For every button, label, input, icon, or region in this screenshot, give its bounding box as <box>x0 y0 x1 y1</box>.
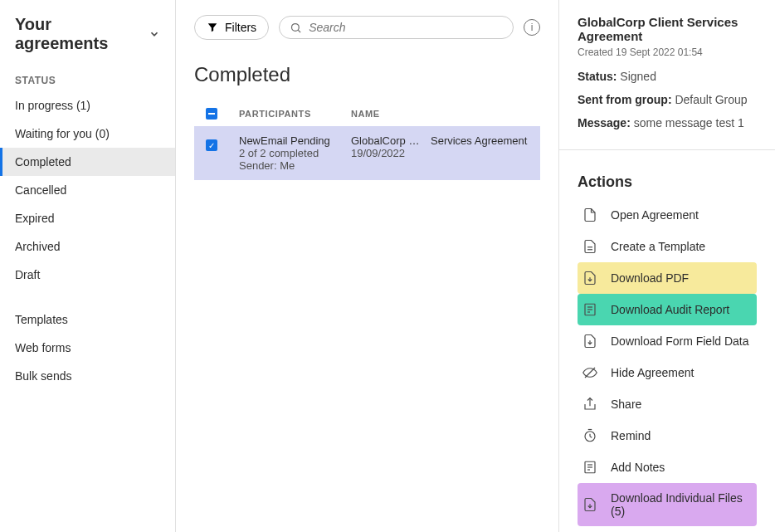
action-label: Open Agreement <box>611 208 699 222</box>
details-panel: GlobalCorp Client Services Agreement Cre… <box>559 0 775 532</box>
sent-from-value: Default Group <box>675 93 747 106</box>
sidebar-item-templates[interactable]: Templates <box>0 305 175 334</box>
sidebar-item-in-progress[interactable]: In progress (1) <box>0 91 175 120</box>
filters-label: Filters <box>225 21 256 34</box>
sidebar-item-expired[interactable]: Expired <box>0 204 175 232</box>
toolbar: Filters i <box>194 15 540 40</box>
download-form-icon <box>582 334 597 349</box>
main-content: Filters i Completed PARTICIPANTS NAME <box>176 0 559 532</box>
info-button[interactable]: i <box>524 19 540 36</box>
action-label: Download PDF <box>611 271 689 285</box>
table-row[interactable]: NewEmail Pending 2 of 2 completed Sender… <box>194 126 540 180</box>
main-heading: Completed <box>194 63 540 86</box>
search-field[interactable] <box>279 16 514 39</box>
action-download-pdf[interactable]: Download PDF <box>578 262 757 294</box>
search-icon <box>290 22 302 34</box>
agreement-name-part2: Services Agreement <box>431 134 527 147</box>
details-title: GlobalCorp Client Services Agreement <box>578 15 757 43</box>
action-remind[interactable]: Remind <box>578 420 757 451</box>
page-title[interactable]: Your agreements <box>0 15 175 70</box>
action-label: Create a Template <box>611 240 705 253</box>
clock-icon <box>582 428 597 443</box>
info-icon: i <box>531 22 534 33</box>
actions-header: Actions <box>578 173 757 191</box>
action-download-form-data[interactable]: Download Form Field Data <box>578 325 757 357</box>
action-label: Share <box>611 398 641 411</box>
row-checkbox[interactable] <box>206 139 217 151</box>
column-name[interactable]: NAME <box>351 109 529 119</box>
action-label: Add Notes <box>611 461 665 474</box>
participant-progress: 2 of 2 completed <box>239 147 351 159</box>
document-icon <box>582 207 597 222</box>
agreement-date: 19/09/2022 <box>351 147 529 159</box>
message-value: some message test 1 <box>634 116 744 129</box>
action-download-individual[interactable]: Download Individual Files (5) <box>578 483 757 526</box>
svg-line-12 <box>590 437 592 438</box>
notes-icon <box>582 460 597 475</box>
status-section-label: STATUS <box>0 70 175 91</box>
sidebar-item-cancelled[interactable]: Cancelled <box>0 176 175 204</box>
action-hide-agreement[interactable]: Hide Agreement <box>578 357 757 388</box>
details-created: Created 19 Sept 2022 01:54 <box>578 46 757 58</box>
agreement-name-part1: GlobalCorp Cli... <box>351 134 426 147</box>
participant-name: NewEmail Pending <box>239 134 351 147</box>
action-label: Hide Agreement <box>611 366 694 379</box>
table-header: PARTICIPANTS NAME <box>194 101 540 126</box>
download-pdf-icon <box>582 271 597 286</box>
sent-from-label: Sent from group: <box>578 93 672 106</box>
filters-button[interactable]: Filters <box>194 15 269 40</box>
audit-report-icon <box>582 302 597 317</box>
sidebar-item-web-forms[interactable]: Web forms <box>0 334 175 362</box>
template-icon <box>582 239 597 254</box>
action-open-agreement[interactable]: Open Agreement <box>578 199 757 231</box>
svg-line-1 <box>298 30 300 32</box>
sidebar-item-waiting[interactable]: Waiting for you (0) <box>0 120 175 148</box>
action-label: Download Form Field Data <box>611 334 749 348</box>
hide-icon <box>582 365 597 380</box>
divider <box>559 149 775 150</box>
sidebar-item-archived[interactable]: Archived <box>0 232 175 261</box>
action-share[interactable]: Share <box>578 388 757 420</box>
svg-point-0 <box>292 23 300 31</box>
page-title-text: Your agreements <box>15 15 140 53</box>
status-value: Signed <box>620 70 656 83</box>
column-participants[interactable]: PARTICIPANTS <box>239 109 351 119</box>
action-add-notes[interactable]: Add Notes <box>578 451 757 483</box>
chevron-down-icon <box>149 28 160 40</box>
action-label: Download Individual Files (5) <box>611 491 752 518</box>
message-label: Message: <box>578 116 631 129</box>
share-icon <box>582 397 597 412</box>
action-create-template[interactable]: Create a Template <box>578 231 757 262</box>
sidebar-item-draft[interactable]: Draft <box>0 261 175 289</box>
search-input[interactable] <box>309 21 503 34</box>
download-files-icon <box>582 497 597 512</box>
participant-sender: Sender: Me <box>239 159 351 172</box>
action-download-audit[interactable]: Download Audit Report <box>578 294 757 325</box>
sidebar: Your agreements STATUS In progress (1) W… <box>0 0 176 532</box>
status-label: Status: <box>578 70 617 83</box>
filter-icon <box>207 22 218 33</box>
select-all-checkbox[interactable] <box>206 108 217 120</box>
action-label: Remind <box>611 429 651 442</box>
sidebar-item-completed[interactable]: Completed <box>0 148 175 176</box>
action-label: Download Audit Report <box>611 303 729 316</box>
sidebar-item-bulk-sends[interactable]: Bulk sends <box>0 362 175 390</box>
